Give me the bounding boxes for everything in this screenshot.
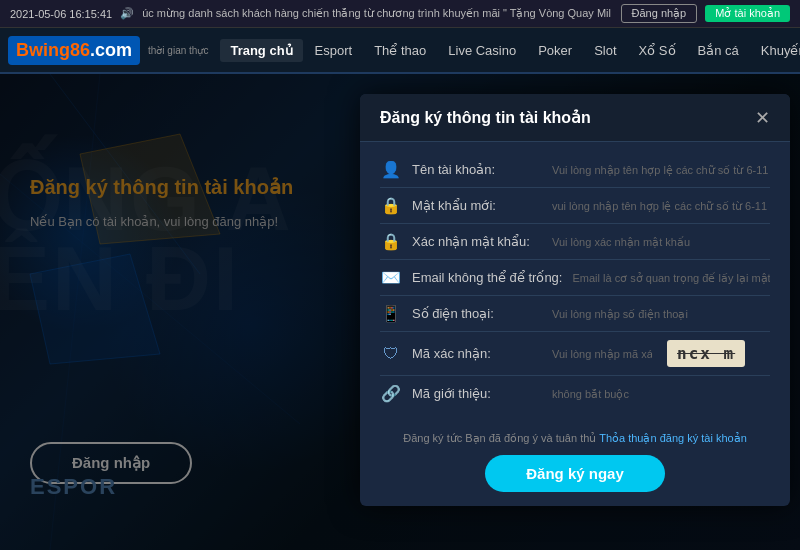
confirm-password-label: Xác nhận mật khẩu: [412, 234, 542, 249]
nav-item-thethao[interactable]: Thể thao [364, 39, 436, 62]
nav-item-xoso[interactable]: Xổ Số [629, 39, 686, 62]
volume-icon: 🔊 [120, 7, 134, 20]
nav-menu: Trang chủ Esport Thể thao Live Casino Po… [220, 39, 800, 62]
nav-item-esport[interactable]: Esport [305, 39, 363, 62]
close-button[interactable]: ✕ [755, 109, 770, 127]
password-label: Mật khẩu mới: [412, 198, 542, 213]
header: Bwing86.com thời gian thực Trang chủ Esp… [0, 28, 800, 74]
confirm-password-input[interactable] [552, 233, 770, 251]
top-bar: 2021-05-06 16:15:41 🔊 úc mừng danh sách … [0, 0, 800, 28]
captcha-input[interactable] [552, 345, 652, 363]
footer-note-text: Đăng ký tức Bạn đã đồng ý và tuân thủ [403, 432, 599, 444]
main-content: ỐNG A ÊN ĐI Đăng ký thông tin tài khoản … [0, 74, 800, 550]
username-label: Tên tài khoản: [412, 162, 542, 177]
time-label: thời gian thực [148, 45, 208, 56]
referral-label: Mã giới thiệu: [412, 386, 542, 401]
password-row: 🔒 Mật khẩu mới: [380, 188, 770, 224]
lock2-icon: 🔒 [380, 232, 402, 251]
nav-item-banca[interactable]: Bắn cá [688, 39, 749, 62]
password-input[interactable] [552, 197, 770, 215]
nav-item-poker[interactable]: Poker [528, 39, 582, 62]
nav-item-trangchu[interactable]: Trang chủ [220, 39, 302, 62]
logo-text: Bwing86 [16, 40, 90, 60]
nav-item-livecasino[interactable]: Live Casino [438, 39, 526, 62]
reg-panel-header: Đăng ký thông tin tài khoản ✕ [360, 94, 790, 142]
shield-icon: 🛡 [380, 345, 402, 363]
topbar-login-button[interactable]: Đăng nhập [621, 4, 698, 23]
captcha-image[interactable]: ncx m [667, 340, 745, 367]
referral-row: 🔗 Mã giới thiệu: [380, 376, 770, 411]
logo: Bwing86.com [8, 36, 140, 65]
terms-link[interactable]: Thỏa thuận đăng ký tài khoản [599, 432, 747, 444]
nav-item-slot[interactable]: Slot [584, 39, 626, 62]
registration-panel: Đăng ký thông tin tài khoản ✕ 👤 Tên tài … [360, 94, 790, 506]
phone-label: Số điện thoại: [412, 306, 542, 321]
form-footer-note: Đăng ký tức Bạn đã đồng ý và tuân thủ Th… [360, 426, 790, 455]
reg-panel-title: Đăng ký thông tin tài khoản [380, 108, 591, 127]
top-bar-right: Đăng nhập Mở tài khoản [621, 4, 790, 23]
email-icon: ✉️ [380, 268, 402, 287]
link-icon: 🔗 [380, 384, 402, 403]
reg-form: 👤 Tên tài khoản: 🔒 Mật khẩu mới: 🔒 Xác n… [360, 142, 790, 426]
notice-text: úc mừng danh sách khách hàng chiến thắng… [142, 7, 611, 20]
user-icon: 👤 [380, 160, 402, 179]
phone-row: 📱 Số điện thoại: [380, 296, 770, 332]
datetime: 2021-05-06 16:15:41 [10, 8, 112, 20]
captcha-label: Mã xác nhận: [412, 346, 542, 361]
nav-item-khuyenmai[interactable]: Khuyến mãi [751, 39, 800, 62]
lock-icon: 🔒 [380, 196, 402, 215]
phone-input[interactable] [552, 305, 770, 323]
top-bar-left: 2021-05-06 16:15:41 🔊 úc mừng danh sách … [10, 7, 611, 20]
topbar-register-button[interactable]: Mở tài khoản [705, 5, 790, 22]
confirm-password-row: 🔒 Xác nhận mật khẩu: [380, 224, 770, 260]
username-row: 👤 Tên tài khoản: [380, 152, 770, 188]
referral-input[interactable] [552, 385, 770, 403]
submit-button[interactable]: Đăng ký ngay [485, 455, 665, 492]
captcha-row: 🛡 Mã xác nhận: ncx m [380, 332, 770, 376]
email-row: ✉️ Email không thể để trống: [380, 260, 770, 296]
phone-icon: 📱 [380, 304, 402, 323]
username-input[interactable] [552, 161, 770, 179]
email-input[interactable] [572, 269, 770, 287]
email-label: Email không thể để trống: [412, 270, 562, 285]
